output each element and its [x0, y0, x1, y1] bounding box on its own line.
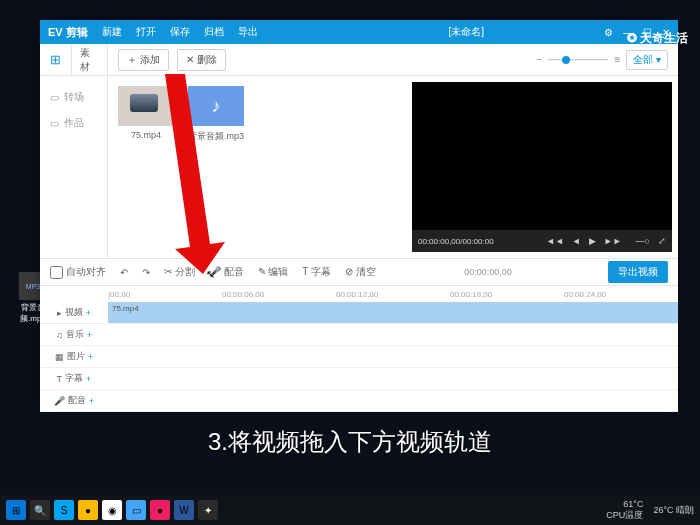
track-dub: 🎤配音+	[40, 390, 678, 412]
start-button[interactable]: ⊞	[6, 500, 26, 520]
taskbar-app-5[interactable]: ✦	[198, 500, 218, 520]
track-lane[interactable]	[108, 368, 678, 389]
menu-archive[interactable]: 归档	[204, 25, 224, 39]
delete-button[interactable]: ✕删除	[177, 49, 226, 71]
media-panel: 75.mp4 ♪ 背景音频.mp3	[108, 76, 412, 258]
watermark-logo: 天奇生活	[627, 30, 688, 47]
track-label: ▦图片+	[40, 350, 108, 363]
media-label: 背景音频.mp3	[188, 130, 244, 143]
tool-edit[interactable]: ✎ 编辑	[258, 265, 289, 279]
weather-widget[interactable]: 26°C 晴朗	[653, 505, 694, 516]
menu-new[interactable]: 新建	[102, 25, 122, 39]
redo-button[interactable]: ↷	[142, 267, 150, 278]
add-track-button[interactable]: +	[86, 308, 91, 318]
add-button[interactable]: ＋添加	[118, 49, 169, 71]
track-lane[interactable]	[108, 346, 678, 367]
titlebar: EV 剪辑 新建 打开 保存 归档 导出 [未命名] ⚙ — ☐ ✕	[40, 20, 678, 44]
tracks-container: ▸视频+ 75.mp4 ♫音乐+ ▦图片+ T字幕+ 🎤配音+	[40, 302, 678, 412]
taskbar-chrome[interactable]: ◉	[102, 500, 122, 520]
add-track-button[interactable]: +	[86, 374, 91, 384]
preview-screen	[412, 82, 672, 230]
track-lane[interactable]	[108, 324, 678, 345]
folder-icon: ▭	[50, 118, 59, 129]
track-audio: ♫音乐+	[40, 324, 678, 346]
track-video: ▸视频+ 75.mp4	[40, 302, 678, 324]
sidebar-item-works[interactable]: ▭作品	[40, 110, 107, 136]
next-button[interactable]: ►►	[604, 236, 622, 246]
taskbar-app-2[interactable]: ●	[78, 500, 98, 520]
plus-icon: ＋	[127, 53, 137, 67]
sidebar-item-transition[interactable]: ▭转场	[40, 84, 107, 110]
sidebar: ▭转场 ▭作品	[40, 76, 108, 258]
video-thumbnail	[118, 86, 174, 126]
menu-save[interactable]: 保存	[170, 25, 190, 39]
app-window: EV 剪辑 新建 打开 保存 归档 导出 [未命名] ⚙ — ☐ ✕ ⊞ 素材 …	[40, 20, 678, 412]
tool-dub[interactable]: 🎤 配音	[209, 265, 244, 279]
track-subtitle: T字幕+	[40, 368, 678, 390]
document-title: [未命名]	[448, 25, 484, 39]
time-ruler[interactable]: |00,00 00:00:06,00 00:00:12,00 00:00:18,…	[40, 286, 678, 302]
media-item-audio[interactable]: ♪ 背景音频.mp3	[188, 86, 244, 143]
track-label: ♫音乐+	[40, 328, 108, 341]
add-track-button[interactable]: +	[87, 330, 92, 340]
prev-button[interactable]: ◄◄	[546, 236, 564, 246]
trash-icon: ✕	[186, 54, 194, 65]
search-icon[interactable]: 🔍	[30, 500, 50, 520]
taskbar-app-1[interactable]: S	[54, 500, 74, 520]
volume-icon[interactable]: —○	[636, 236, 650, 246]
preview-controls: 00:00:00,00/00:00:00 ◄◄ ◄ ▶ ►► —○ ⤢	[412, 230, 672, 252]
media-actions: ＋添加 ✕删除	[108, 49, 236, 71]
tool-split[interactable]: ✂ 分割	[164, 265, 195, 279]
list-icon: ≡	[614, 54, 620, 65]
track-lane[interactable]	[108, 390, 678, 411]
add-track-button[interactable]: +	[89, 396, 94, 406]
menu-export[interactable]: 导出	[238, 25, 258, 39]
fullscreen-button[interactable]: ⤢	[658, 236, 666, 246]
timeline-toolbar: 自动对齐 ↶ ↷ ✂ 分割 🎤 配音 ✎ 编辑 T 字幕 ⊘ 清空 00:00:…	[40, 258, 678, 286]
main-area: ▭转场 ▭作品 75.mp4 ♪ 背景音频.mp3 00:00:00,00/00…	[40, 76, 678, 258]
top-toolbar: ⊞ 素材 ＋添加 ✕删除 − ≡ 全部 ▾	[40, 44, 678, 76]
media-label: 75.mp4	[118, 130, 174, 140]
tutorial-caption: 3.将视频拖入下方视频轨道	[0, 426, 700, 458]
playhead-time: 00:00:00,00	[464, 267, 512, 277]
auto-align-checkbox[interactable]: 自动对齐	[50, 265, 106, 279]
settings-icon[interactable]: ⚙	[604, 27, 613, 38]
play-button[interactable]: ▶	[589, 236, 596, 246]
taskbar: ⊞ 🔍 S ● ◉ ▭ ● W ✦ 61°CCPU温度 26°C 晴朗	[0, 495, 700, 525]
track-label: 🎤配音+	[40, 394, 108, 407]
export-video-button[interactable]: 导出视频	[608, 261, 668, 283]
tool-subtitle[interactable]: T 字幕	[302, 265, 331, 279]
app-logo: EV 剪辑	[48, 25, 88, 40]
audio-thumbnail: ♪	[188, 86, 244, 126]
video-clip[interactable]: 75.mp4	[108, 302, 678, 323]
menu-open[interactable]: 打开	[136, 25, 156, 39]
media-item-video[interactable]: 75.mp4	[118, 86, 174, 140]
timeline: |00,00 00:00:06,00 00:00:12,00 00:00:18,…	[40, 286, 678, 412]
preview-panel: 00:00:00,00/00:00:00 ◄◄ ◄ ▶ ►► —○ ⤢	[412, 82, 672, 252]
undo-button[interactable]: ↶	[120, 267, 128, 278]
folder-icon: ▭	[50, 92, 59, 103]
add-track-button[interactable]: +	[88, 352, 93, 362]
material-tab[interactable]: 素材	[72, 44, 107, 75]
system-tray[interactable]: 61°CCPU温度 26°C 晴朗	[606, 499, 694, 521]
taskbar-word[interactable]: W	[174, 500, 194, 520]
tool-clear[interactable]: ⊘ 清空	[345, 265, 376, 279]
minus-icon: −	[537, 54, 543, 65]
rewind-button[interactable]: ◄	[572, 236, 581, 246]
track-image: ▦图片+	[40, 346, 678, 368]
preview-time: 00:00:00,00/00:00:00	[418, 237, 494, 246]
track-label: ▸视频+	[40, 306, 108, 319]
main-menu: 新建 打开 保存 归档 导出	[102, 25, 258, 39]
slider-track[interactable]	[548, 59, 608, 61]
grid-tab[interactable]: ⊞	[40, 44, 72, 75]
slider-handle[interactable]	[562, 56, 570, 64]
taskbar-app-4[interactable]: ●	[150, 500, 170, 520]
thumb-size-slider[interactable]: − ≡ 全部 ▾	[537, 50, 678, 70]
filter-dropdown[interactable]: 全部 ▾	[626, 50, 668, 70]
track-lane[interactable]: 75.mp4	[108, 302, 678, 323]
left-tabs: ⊞ 素材	[40, 44, 108, 75]
taskbar-app-3[interactable]: ▭	[126, 500, 146, 520]
track-label: T字幕+	[40, 372, 108, 385]
